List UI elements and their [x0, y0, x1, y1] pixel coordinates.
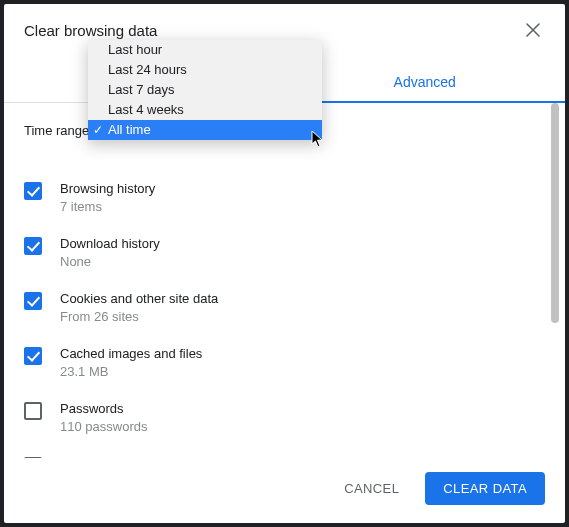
item-detail: 7 items: [60, 199, 155, 214]
list-item[interactable]: Download history None: [24, 225, 535, 280]
checkbox-download-history[interactable]: [24, 237, 42, 255]
close-button[interactable]: [521, 18, 545, 42]
dropdown-option[interactable]: Last 7 days: [88, 80, 322, 100]
scrollbar-thumb[interactable]: [551, 103, 559, 323]
tab-advanced[interactable]: Advanced: [285, 62, 566, 102]
clear-data-button[interactable]: CLEAR DATA: [425, 472, 545, 505]
checkbox-browsing-history[interactable]: [24, 182, 42, 200]
list-item[interactable]: Autofill form data: [24, 445, 535, 458]
dropdown-option[interactable]: Last hour: [88, 40, 322, 60]
list-item[interactable]: Cached images and files 23.1 MB: [24, 335, 535, 390]
dialog-footer: CANCEL CLEAR DATA: [4, 458, 565, 523]
dropdown-option[interactable]: Last 4 weeks: [88, 100, 322, 120]
item-label: Browsing history: [60, 181, 155, 196]
item-detail: None: [60, 254, 160, 269]
clear-browsing-data-dialog: Clear browsing data Basic Advanced Time …: [4, 4, 565, 523]
item-detail: 23.1 MB: [60, 364, 202, 379]
dropdown-option[interactable]: Last 24 hours: [88, 60, 322, 80]
item-label: Cached images and files: [60, 346, 202, 361]
list-item[interactable]: Passwords 110 passwords: [24, 390, 535, 445]
checkbox-passwords[interactable]: [24, 402, 42, 420]
list-item[interactable]: Cookies and other site data From 26 site…: [24, 280, 535, 335]
dialog-body: Time range Browsing history 7 items Down…: [4, 103, 565, 458]
item-detail: From 26 sites: [60, 309, 218, 324]
item-label: Download history: [60, 236, 160, 251]
checkbox-cached[interactable]: [24, 347, 42, 365]
close-icon: [526, 23, 540, 37]
dropdown-option-selected[interactable]: All time: [88, 120, 322, 140]
item-label: Autofill form data: [60, 456, 158, 458]
item-label: Passwords: [60, 401, 147, 416]
cancel-button[interactable]: CANCEL: [326, 472, 417, 505]
checkbox-cookies[interactable]: [24, 292, 42, 310]
dialog-title: Clear browsing data: [24, 22, 157, 39]
item-detail: 110 passwords: [60, 419, 147, 434]
data-type-list: Browsing history 7 items Download histor…: [24, 170, 565, 458]
list-item[interactable]: Browsing history 7 items: [24, 170, 535, 225]
checkbox-autofill[interactable]: [24, 457, 42, 458]
item-label: Cookies and other site data: [60, 291, 218, 306]
time-range-dropdown[interactable]: Last hour Last 24 hours Last 7 days Last…: [88, 40, 322, 140]
